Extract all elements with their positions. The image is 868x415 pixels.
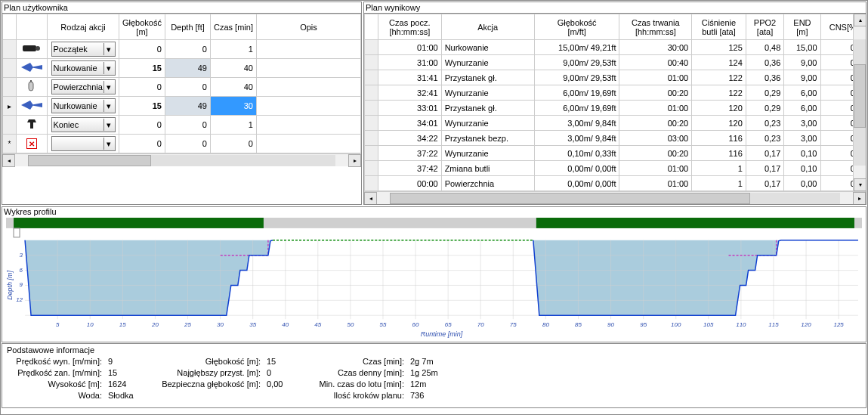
action-dropdown[interactable]: ▾ [51, 136, 116, 151]
table-row[interactable]: 01:00Nurkowanie15,00m/ 49,21ft30:001250,… [365, 40, 866, 55]
table-row[interactable]: 34:22Przystanek bezp.3,00m/ 9,84ft03:001… [365, 131, 866, 146]
action-dropdown[interactable]: Nurkowanie▾ [51, 98, 116, 113]
user-plan-table[interactable]: Rodzaj akcji Głębokość [m] Depth [ft] Cz… [2, 14, 361, 153]
rcol-press[interactable]: Ciśnienie butli [ata] [692, 14, 746, 40]
time-cell[interactable]: 1 [210, 40, 256, 59]
chart-area[interactable]: 36912 5101520253035404550556065707580859… [6, 218, 862, 338]
desc-cell[interactable] [256, 116, 360, 135]
rcol-ppo2[interactable]: PPO2 [ata] [746, 14, 784, 40]
col-action[interactable]: Rodzaj akcji [48, 14, 119, 40]
result-plan-table[interactable]: Czas pocz. [hh:mm:ss] Akcja Głębokość [m… [364, 14, 866, 191]
depth-m-cell[interactable]: 0 [119, 135, 165, 153]
rcol-end[interactable]: END [m] [784, 14, 820, 40]
rcol-action[interactable]: Akcja [441, 14, 534, 40]
depth-ft-cell[interactable]: 0 [165, 40, 210, 59]
depth-ft-cell[interactable]: 49 [165, 97, 210, 116]
col-depth-m[interactable]: Głębokość [m] [119, 14, 165, 40]
scroll-thumb[interactable] [390, 193, 750, 204]
table-row[interactable]: 31:00Wynurzanie9,00m/ 29,53ft00:401240,3… [365, 55, 866, 70]
svg-text:100: 100 [671, 321, 681, 328]
table-row[interactable]: 33:01Przystanek gł.6,00m/ 19,69ft01:0012… [365, 101, 866, 116]
table-row[interactable]: 34:01Wynurzanie3,00m/ 9,84ft00:201200,23… [365, 116, 866, 131]
rcol-dur[interactable]: Czas trwania [hh:mm:ss] [619, 14, 692, 40]
col-time[interactable]: Czas [min] [210, 14, 256, 40]
desc-cell[interactable] [256, 59, 360, 78]
depth-m-cell[interactable]: 0 [119, 78, 165, 97]
depth-ft-cell[interactable]: 0 [165, 116, 210, 135]
action-dropdown[interactable]: Nurkowanie▾ [51, 60, 116, 76]
table-row[interactable]: Początek▾001 [3, 40, 361, 59]
info-label: Prędkość zan. [m/min]: [7, 367, 105, 379]
rcol-mark[interactable] [365, 14, 378, 40]
col-desc[interactable]: Opis [256, 14, 360, 40]
col-depth-ft[interactable]: Depth [ft] [165, 14, 210, 40]
depth-ft-cell[interactable]: 0 [165, 78, 210, 97]
vscrollbar[interactable]: ▴ ▾ [853, 14, 866, 191]
chevron-down-icon[interactable]: ▾ [103, 81, 113, 93]
col-rowmark[interactable] [3, 14, 17, 40]
scroll-right-button[interactable]: ▸ [348, 154, 361, 167]
scroll-down-button[interactable]: ▾ [854, 178, 866, 191]
action-dropdown-cell[interactable]: Koniec▾ [48, 116, 119, 135]
table-row[interactable]: Koniec▾001 [3, 116, 361, 135]
action-dropdown[interactable]: Początek▾ [51, 42, 116, 57]
action-dropdown-cell[interactable]: Nurkowanie▾ [48, 59, 119, 78]
time-cell[interactable]: 0 [210, 135, 256, 153]
rcol-depth[interactable]: Głębokość [m/ft] [534, 14, 619, 40]
table-row[interactable]: Powierzchnia▾0040 [3, 78, 361, 97]
time-cell[interactable]: 30 [210, 97, 256, 116]
col-icon[interactable] [17, 14, 48, 40]
svg-text:110: 110 [736, 321, 746, 328]
depth-m-cell[interactable]: 15 [119, 59, 165, 78]
svg-text:12: 12 [16, 296, 23, 303]
end-cell: 6,00 [784, 85, 820, 101]
action-dropdown[interactable]: Powierzchnia▾ [51, 79, 116, 94]
table-row[interactable]: 37:22Wynurzanie0,10m/ 0,33ft00:201160,17… [365, 146, 866, 161]
desc-cell[interactable] [256, 97, 360, 116]
desc-cell[interactable] [256, 135, 360, 153]
depth-m-cell[interactable]: 15 [119, 97, 165, 116]
ppo2-cell: 0,23 [746, 116, 784, 131]
scroll-thumb[interactable] [28, 155, 151, 166]
hscrollbar[interactable]: ◂ ▸ [2, 153, 361, 166]
table-row[interactable]: Nurkowanie▾154940 [3, 59, 361, 78]
time-cell[interactable]: 40 [210, 78, 256, 97]
table-row[interactable]: *✕▾000 [3, 135, 361, 153]
table-row[interactable]: 00:00Powierzchnia0,00m/ 0,00ft01:0010,17… [365, 176, 866, 191]
desc-cell[interactable] [256, 78, 360, 97]
table-row[interactable]: ▸Nurkowanie▾154930 [3, 97, 361, 116]
scroll-left-button[interactable]: ◂ [2, 154, 15, 167]
info-value: 12m [407, 379, 453, 390]
scroll-up-button[interactable]: ▴ [854, 14, 866, 26]
pressure-cell: 125 [692, 40, 746, 55]
action-dropdown-cell[interactable]: Początek▾ [48, 40, 119, 59]
action-dropdown[interactable]: Koniec▾ [51, 117, 116, 132]
end-cell: 6,00 [784, 101, 820, 116]
table-row[interactable]: 31:41Przystanek gł.9,00m/ 29,53ft01:0012… [365, 70, 866, 85]
depth-ft-cell[interactable]: 0 [165, 135, 210, 153]
depth-m-cell[interactable]: 0 [119, 40, 165, 59]
scroll-right-button[interactable]: ▸ [853, 192, 866, 205]
scroll-left-button[interactable]: ◂ [364, 192, 377, 205]
vscroll-thumb[interactable] [854, 64, 866, 128]
hscrollbar-right[interactable]: ◂ ▸ [364, 191, 866, 204]
chevron-down-icon[interactable]: ▾ [103, 43, 113, 55]
chart-title: Wykres profilu [2, 207, 866, 216]
table-row[interactable]: 32:41Wynurzanie6,00m/ 19,69ft00:201220,2… [365, 85, 866, 101]
chevron-down-icon[interactable]: ▾ [103, 100, 113, 112]
action-dropdown-cell[interactable]: Nurkowanie▾ [48, 97, 119, 116]
time-cell[interactable]: 40 [210, 59, 256, 78]
time-cell[interactable]: 1 [210, 116, 256, 135]
action-cell: Nurkowanie [441, 40, 534, 55]
action-dropdown-cell[interactable]: Powierzchnia▾ [48, 78, 119, 97]
desc-cell[interactable] [256, 40, 360, 59]
start-time-cell: 31:00 [378, 55, 442, 70]
table-row[interactable]: 37:42Zmiana butli0,00m/ 0,00ft01:0010,17… [365, 161, 866, 176]
rcol-start[interactable]: Czas pocz. [hh:mm:ss] [378, 14, 442, 40]
depth-m-cell[interactable]: 0 [119, 116, 165, 135]
chevron-down-icon[interactable]: ▾ [103, 62, 113, 74]
action-dropdown-cell[interactable]: ▾ [48, 135, 119, 153]
depth-ft-cell[interactable]: 49 [165, 59, 210, 78]
chevron-down-icon[interactable]: ▾ [103, 119, 113, 131]
chevron-down-icon[interactable]: ▾ [103, 138, 113, 150]
